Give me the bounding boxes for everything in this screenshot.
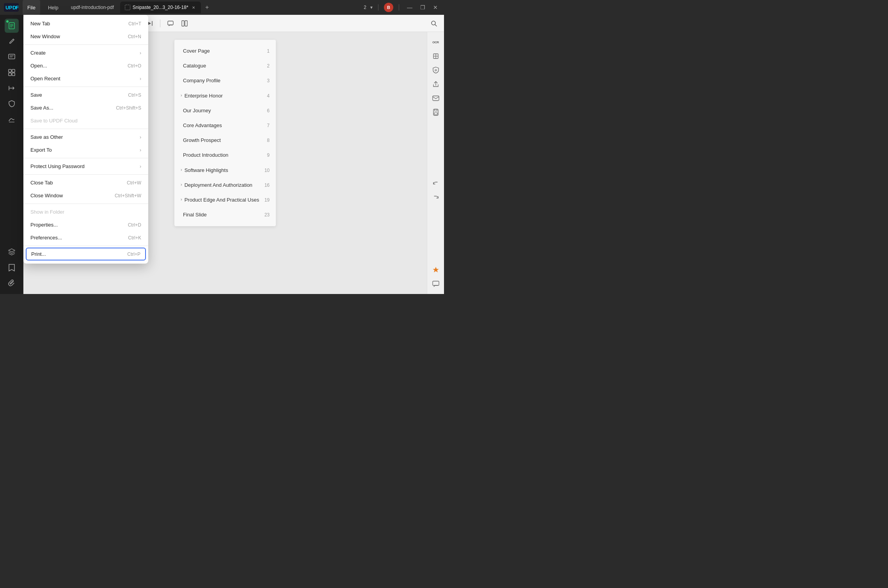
toc-panel: Cover Page 1 Catalogue 2 Company Profile… [174,40,276,226]
menu-item-close-tab[interactable]: Close TabCtrl+W [23,176,148,189]
menu-item-print[interactable]: Print...Ctrl+P [26,248,146,260]
right-sidebar: OCR [427,32,444,294]
toc-item-label: Core Advantages [183,122,262,129]
menu-label-close-window: Close Window [30,193,63,198]
chat-button[interactable] [430,278,442,290]
active-indicator [6,20,9,23]
toc-item-label: Growth Prospect [183,137,262,144]
menu-item-new-tab[interactable]: New TabCtrl+T [23,17,148,30]
svg-rect-31 [434,113,437,115]
menu-item-save-as[interactable]: Save As...Ctrl+Shift+S [23,101,148,114]
tab-snipaste[interactable]: Snipaste_20...3_20-16-18* ✕ [120,2,201,13]
sidebar-item-organize[interactable] [5,66,19,80]
file-dropdown-menu: New TabCtrl+TNew WindowCtrl+NCreate›Open… [23,15,148,264]
toc-item-page: 19 [262,197,270,203]
toc-item[interactable]: › Enterprise Honor 4 [174,89,276,103]
tab-updf-intro[interactable]: updf-introduction-pdf [66,2,119,13]
svg-text:P: P [9,5,12,11]
svg-rect-28 [433,96,439,101]
toc-item[interactable]: Cover Page 1 [174,44,276,58]
protect-button[interactable] [430,64,442,76]
search-button[interactable] [428,18,439,29]
comment-mode-button[interactable] [165,18,176,29]
menu-arrow-save-as-other: › [140,135,141,140]
sidebar-item-layers[interactable] [5,245,19,259]
sidebar-item-protect[interactable] [5,97,19,111]
menu-item-show-in-folder: Show in Folder [23,205,148,218]
toc-item-left: Product Introduction [181,152,262,159]
sidebar-item-attachment[interactable] [5,276,19,290]
redo-button[interactable] [430,192,442,204]
toc-item[interactable]: Final Slide 23 [174,207,276,222]
menu-label-create: Create [30,50,46,56]
toc-item-label: Deployment And Authorization [185,182,262,189]
sidebar-item-convert[interactable] [5,81,19,95]
menu-item-preferences[interactable]: Preferences...Ctrl+K [23,231,148,244]
menu-shortcut-properties: Ctrl+D [128,222,141,228]
tab-bar: updf-introduction-pdf Snipaste_20...3_20… [66,2,361,13]
avatar[interactable]: B [384,3,393,12]
undo-button[interactable] [430,178,442,190]
toc-chevron-icon: › [181,182,182,187]
toc-item[interactable]: Company Profile 3 [174,73,276,88]
sidebar-item-reader[interactable] [5,19,19,33]
file-menu-button[interactable]: File [23,0,40,15]
sidebar-item-edit[interactable] [5,34,19,48]
mail-button[interactable] [430,92,442,104]
menu-item-create[interactable]: Create› [23,46,148,59]
toc-item[interactable]: Core Advantages 7 [174,118,276,133]
divider-after-export-to [23,158,148,158]
snipaste-icon [125,5,130,10]
svg-rect-15 [12,73,15,76]
toc-item-page: 16 [262,182,270,188]
menu-item-open[interactable]: Open...Ctrl+O [23,59,148,72]
menu-item-new-window[interactable]: New WindowCtrl+N [23,30,148,43]
menu-item-close-window[interactable]: Close WindowCtrl+Shift+W [23,189,148,202]
toc-item-page: 9 [262,152,270,158]
menu-label-save-to-cloud: Save to UPDF Cloud [30,118,78,124]
svg-rect-21 [185,21,187,26]
menu-item-save[interactable]: SaveCtrl+S [23,89,148,101]
toc-item[interactable]: › Product Edge And Practical Uses 19 [174,193,276,207]
menu-item-protect-password[interactable]: Protect Using Password› [23,160,148,173]
menu-label-save-as: Save As... [30,105,53,111]
menu-shortcut-open: Ctrl+O [128,63,141,69]
menu-item-open-recent[interactable]: Open Recent› [23,72,148,85]
separator [378,4,378,11]
toc-item-left: Final Slide [181,211,262,218]
sidebar-item-sign[interactable] [5,112,19,126]
svg-point-27 [435,69,437,71]
menu-item-export-to[interactable]: Export To› [23,143,148,156]
toc-item-left: Catalogue [181,62,262,69]
sidebar-item-bookmark[interactable] [5,260,19,275]
updf-ai-button[interactable] [430,264,442,276]
menu-shortcut-close-window: Ctrl+Shift+W [115,193,141,198]
divider-after-open-recent [23,87,148,87]
toolbar-sep2 [160,19,160,27]
help-menu-button[interactable]: Help [43,0,63,15]
sidebar-item-comment[interactable] [5,50,19,64]
toc-item[interactable]: › Software Highlights 10 [174,163,276,178]
toc-item[interactable]: Catalogue 2 [174,58,276,73]
minimize-button[interactable]: — [405,4,415,11]
toc-item[interactable]: › Deployment And Authorization 16 [174,178,276,193]
share-button[interactable] [430,78,442,90]
maximize-button[interactable]: ❐ [418,4,428,11]
toc-item-page: 6 [262,108,270,113]
menu-item-save-as-other[interactable]: Save as Other› [23,131,148,143]
save-right-button[interactable] [430,106,442,119]
toc-item[interactable]: Product Introduction 9 [174,148,276,163]
toc-item[interactable]: Our Journey 6 [174,103,276,118]
ocr-button[interactable]: OCR [430,36,442,48]
new-tab-button[interactable]: + [202,3,212,12]
toc-item-page: 8 [262,138,270,143]
toc-item-left: Growth Prospect [181,137,262,144]
toc-item-left: › Product Edge And Practical Uses [181,197,262,204]
close-button[interactable]: ✕ [431,4,440,11]
layout-mode-button[interactable] [179,18,190,29]
tab-close-button[interactable]: ✕ [191,5,196,10]
toc-item-left: Cover Page [181,48,262,55]
menu-item-properties[interactable]: Properties...Ctrl+D [23,218,148,231]
toc-item[interactable]: Growth Prospect 8 [174,133,276,148]
extract-button[interactable] [430,50,442,62]
